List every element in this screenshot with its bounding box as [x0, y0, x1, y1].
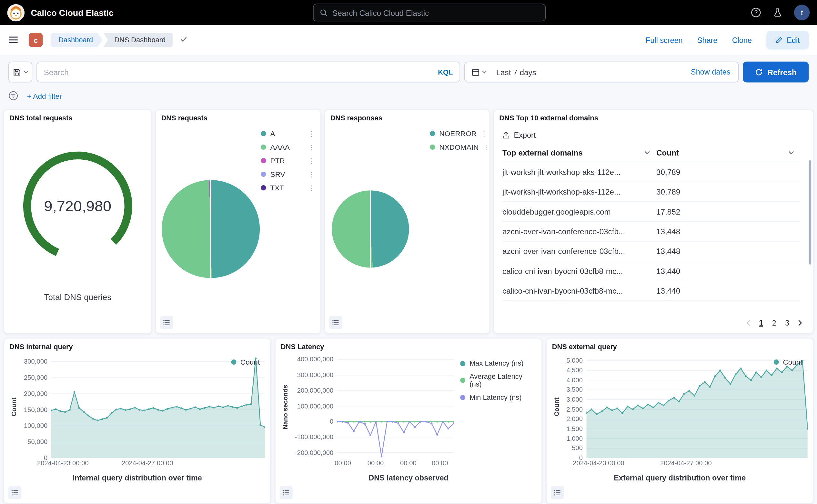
legend-item[interactable]: PTR⋮: [261, 156, 315, 165]
app: Calico Cloud Elastic Search Calico Cloud…: [0, 0, 817, 504]
export-button[interactable]: Export: [502, 131, 536, 139]
legend-color-dot: [261, 131, 266, 136]
legend-item[interactable]: Count: [773, 358, 802, 366]
saved-query-menu-button[interactable]: [8, 62, 32, 83]
chart-caption: DNS latency observed: [281, 474, 536, 482]
breadcrumb-dns-dashboard[interactable]: DNS Dashboard: [103, 33, 173, 47]
panel-title: DNS Latency: [281, 343, 536, 350]
legend-label: Count: [783, 358, 802, 366]
pie-chart[interactable]: [162, 180, 260, 278]
chart-legend: NOERROR⋮NXDOMAIN⋮: [430, 129, 484, 151]
legend-actions-icon[interactable]: ⋮: [483, 143, 489, 151]
y-axis-tick-label: 100,000,000: [297, 402, 333, 410]
area-chart[interactable]: 2024-04-23 00:002024-04-27 00:00: [586, 356, 808, 458]
search-input[interactable]: [44, 67, 434, 76]
toolbar-actions: Full screen Share Clone Edit: [646, 31, 809, 49]
domain-cell: azcni-over-ivan-conference-03cfb...: [502, 247, 656, 256]
full-screen-button[interactable]: Full screen: [646, 36, 683, 44]
x-axis-labels: 2024-04-23 00:002024-04-27 00:00: [51, 459, 265, 468]
legend-item[interactable]: TXT⋮: [261, 184, 315, 192]
edit-button[interactable]: Edit: [766, 31, 809, 49]
labs-icon[interactable]: [773, 7, 783, 17]
filter-icon[interactable]: [8, 91, 18, 101]
legend-item[interactable]: NXDOMAIN⋮: [430, 143, 484, 151]
space-badge[interactable]: c: [29, 33, 43, 47]
domain-cell: clouddebugger.googleapis.com: [502, 207, 656, 216]
column-header-domains[interactable]: Top external domains: [502, 148, 656, 157]
legend-label: Count: [240, 358, 260, 366]
y-axis-tick-label: -200,000,000: [295, 449, 333, 456]
breadcrumb-dashboard[interactable]: Dashboard: [51, 33, 102, 47]
legend-label: SRV: [270, 170, 285, 178]
time-range-value[interactable]: Last 7 days: [496, 67, 536, 76]
clone-button[interactable]: Clone: [732, 36, 752, 44]
scrollbar-thumb[interactable]: [809, 160, 811, 264]
edit-label: Edit: [787, 36, 800, 44]
legend-actions-icon[interactable]: ⋮: [481, 130, 488, 137]
line-chart[interactable]: 00:0000:0000:0000:00: [337, 356, 454, 458]
list-icon: [163, 319, 170, 326]
area-chart[interactable]: 2024-04-23 00:002024-04-27 00:00: [51, 356, 265, 458]
legend-item[interactable]: SRV⋮: [261, 170, 315, 178]
panel-data-list-button[interactable]: [551, 486, 564, 499]
chart-legend: Count: [231, 358, 260, 366]
legend-item[interactable]: AAAA⋮: [261, 143, 315, 151]
date-picker: Last 7 days Show dates: [464, 62, 739, 83]
legend-color-dot: [261, 145, 266, 150]
pie-chart[interactable]: [332, 190, 409, 267]
menu-icon[interactable]: [8, 35, 18, 45]
global-search[interactable]: Search Calico Cloud Elastic: [313, 4, 546, 21]
export-label: Export: [514, 131, 536, 139]
page-button[interactable]: 2: [772, 319, 776, 327]
panel-data-list-button[interactable]: [280, 486, 293, 499]
legend-actions-icon[interactable]: ⋮: [308, 157, 315, 165]
legend-item[interactable]: Count: [231, 358, 260, 366]
panel-data-list-button[interactable]: [160, 316, 173, 329]
show-dates-button[interactable]: Show dates: [691, 68, 731, 76]
table-row: jlt-worksh-jlt-workshop-aks-112e...30,78…: [502, 162, 800, 182]
previous-page-icon[interactable]: [746, 320, 750, 326]
panel-title: DNS Top 10 external domains: [499, 114, 808, 122]
legend-item[interactable]: Min Latency (ns): [460, 393, 536, 401]
legend-actions-icon[interactable]: ⋮: [308, 170, 315, 178]
next-page-icon[interactable]: [798, 320, 802, 326]
calico-logo[interactable]: [7, 4, 25, 21]
panel-data-list-button[interactable]: [329, 316, 342, 329]
user-avatar[interactable]: t: [794, 5, 810, 21]
chart-legend: A⋮AAAA⋮PTR⋮SRV⋮TXT⋮: [261, 129, 315, 192]
legend-actions-icon[interactable]: ⋮: [308, 184, 315, 192]
table-row: azcni-over-ivan-conference-03cfb...13,44…: [502, 222, 800, 241]
y-axis-tick-label: 50,000: [27, 438, 47, 446]
chevron-down-icon: [482, 70, 487, 74]
list-icon: [554, 489, 561, 496]
y-axis-tick-label: 3,000: [566, 396, 583, 403]
legend-item[interactable]: A⋮: [261, 129, 315, 138]
y-axis-tick-label: 5,000: [566, 357, 583, 364]
panel-data-list-button[interactable]: [8, 486, 21, 499]
legend-item[interactable]: Average Latency (ns): [460, 372, 536, 388]
add-filter-button[interactable]: + Add filter: [27, 92, 62, 100]
legend-label: Average Latency (ns): [469, 372, 536, 388]
page-button[interactable]: 1: [759, 319, 763, 327]
help-icon[interactable]: ?: [751, 7, 761, 18]
legend-color-dot: [460, 378, 465, 383]
legend-item[interactable]: Max Latency (ns): [460, 359, 536, 367]
calendar-menu-button[interactable]: [465, 62, 493, 82]
refresh-button[interactable]: Refresh: [743, 62, 809, 83]
legend-item[interactable]: NOERROR⋮: [430, 129, 484, 138]
legend-label: NOERROR: [439, 129, 477, 138]
share-button[interactable]: Share: [697, 36, 718, 44]
x-axis-tick-label: 2024-04-23 00:00: [573, 459, 624, 467]
table-row: azcni-over-ivan-conference-03cfb...13,44…: [502, 242, 800, 261]
column-header-count[interactable]: Count: [656, 148, 800, 157]
legend-actions-icon[interactable]: ⋮: [308, 143, 315, 151]
chart-legend: Count: [773, 358, 802, 366]
y-axis-tick-label: 2,000: [566, 416, 583, 423]
avatar-initial: t: [801, 8, 803, 17]
page-button[interactable]: 3: [785, 319, 789, 327]
legend-actions-icon[interactable]: ⋮: [308, 130, 315, 137]
y-axis-labels: 5,0004,5004,0003,5003,0002,5002,0001,500…: [561, 356, 587, 458]
x-axis-tick-label: 2024-04-27 00:00: [660, 459, 712, 467]
x-axis-tick-label: 00:00: [368, 459, 384, 467]
kql-button[interactable]: KQL: [438, 68, 453, 76]
